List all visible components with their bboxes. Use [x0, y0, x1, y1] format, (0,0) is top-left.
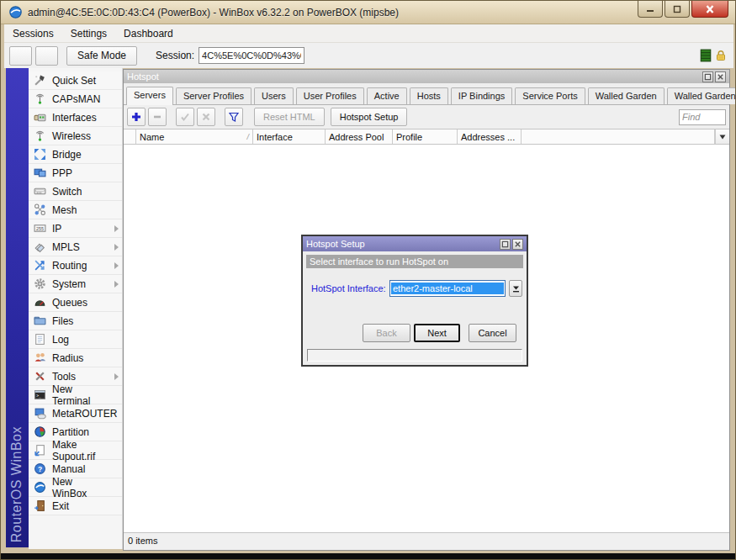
column-dropdown-button[interactable]: [715, 129, 729, 144]
hotspot-tab[interactable]: Active: [367, 87, 407, 104]
window-titlebar[interactable]: admin@4C:5E:0C:0D:43:C4 (PowerBox) - Win…: [1, 1, 735, 24]
submenu-arrow-icon: [114, 262, 119, 269]
hotspot-tab[interactable]: Hosts: [410, 87, 448, 104]
column-header[interactable]: Profile /: [393, 129, 458, 144]
hotspot-setup-dialog: Hotspot Setup Select interface to run Ho…: [301, 235, 528, 367]
winbox-main-window: admin@4C:5E:0C:0D:43:C4 (PowerBox) - Win…: [0, 0, 736, 560]
sidebar-item-label: MetaROUTER: [52, 408, 117, 420]
sidebar-item[interactable]: >_ New Terminal: [29, 386, 122, 404]
sidebar-item[interactable]: Bridge: [29, 145, 122, 164]
column-header[interactable]: Addresses ... /: [458, 129, 522, 144]
hotspot-tab[interactable]: Servers: [126, 87, 173, 105]
sidebar-item[interactable]: Exit: [29, 497, 122, 515]
menu-item[interactable]: Settings: [62, 25, 115, 42]
sidebar-item[interactable]: 255 IP: [29, 219, 122, 238]
ip-icon: 255: [34, 222, 46, 235]
hotspot-restore-button[interactable]: [702, 71, 713, 82]
sidebar-item-label: Wireless: [52, 130, 91, 142]
supout-icon: [34, 444, 46, 457]
wireless-icon: [34, 129, 46, 142]
sidebar-item[interactable]: Radius: [29, 349, 122, 367]
reset-html-button[interactable]: Reset HTML: [254, 108, 325, 126]
close-x-icon: [717, 73, 724, 81]
sidebar-item[interactable]: PPP: [29, 164, 122, 182]
minimize-button[interactable]: [638, 1, 663, 18]
sidebar-item[interactable]: Switch: [29, 182, 122, 201]
close-button[interactable]: [691, 1, 728, 18]
connection-status-icon: [700, 49, 712, 62]
sidebar-item[interactable]: New WinBox: [29, 478, 122, 497]
sidebar-item[interactable]: Interfaces: [29, 108, 122, 127]
sidebar-item[interactable]: Queues: [29, 293, 122, 312]
session-input[interactable]: [199, 47, 304, 64]
filter-button[interactable]: [225, 108, 243, 126]
hotspot-titlebar[interactable]: Hotspot: [124, 70, 729, 83]
column-header[interactable]: Name /: [136, 129, 253, 144]
interfaces-icon: [34, 111, 46, 124]
disable-button[interactable]: [197, 108, 215, 126]
dialog-titlebar[interactable]: Hotspot Setup: [303, 236, 527, 251]
redo-button[interactable]: [35, 46, 58, 66]
enable-button[interactable]: [176, 108, 194, 126]
hotspot-close-button[interactable]: [715, 71, 726, 82]
sidebar-item[interactable]: MPLS: [29, 238, 122, 256]
sidebar-item[interactable]: Wireless: [29, 127, 122, 145]
column-header[interactable]: Address Pool /: [326, 129, 393, 144]
sidebar-item[interactable]: Mesh: [29, 201, 122, 219]
safe-mode-button[interactable]: Safe Mode: [66, 46, 137, 66]
next-button[interactable]: Next: [414, 324, 460, 342]
column-header[interactable]: /: [124, 129, 136, 144]
bottom-edge: [1, 553, 735, 559]
cancel-button[interactable]: Cancel: [469, 324, 516, 342]
win-max-icon: [671, 5, 683, 13]
hotspot-tab[interactable]: Walled Garden IP List: [667, 87, 736, 104]
sidebar-item[interactable]: MetaROUTER: [29, 404, 122, 423]
menu-item[interactable]: Sessions: [4, 25, 62, 42]
menu-item[interactable]: Dashboard: [115, 25, 182, 42]
sidebar-item-label: IP: [52, 223, 61, 235]
plus-icon: [130, 111, 142, 123]
submenu-arrow-icon: [114, 373, 119, 380]
interface-dropdown-button[interactable]: [509, 280, 522, 297]
radius-icon: [34, 351, 46, 364]
sidebar-item-label: New WinBox: [52, 476, 109, 499]
sidebar-item-label: Switch: [52, 186, 82, 198]
session-label: Session:: [156, 50, 194, 61]
win-min-icon: [644, 5, 656, 13]
sidebar-item[interactable]: System: [29, 275, 122, 293]
hotspot-tab[interactable]: Service Ports: [515, 87, 585, 104]
hotspot-tab[interactable]: Walled Garden: [588, 87, 665, 104]
sidebar-item[interactable]: CAPsMAN: [29, 90, 122, 108]
remove-button[interactable]: [148, 108, 167, 126]
add-button[interactable]: [127, 108, 146, 126]
find-input[interactable]: [679, 109, 726, 125]
maximize-button[interactable]: [665, 1, 690, 18]
hotspot-status-bar: 0 items: [124, 533, 729, 550]
hotspot-tab[interactable]: Server Profiles: [176, 87, 252, 104]
hotspot-tab[interactable]: IP Bindings: [451, 87, 512, 104]
dialog-close-button[interactable]: [512, 239, 523, 250]
sidebar-item[interactable]: Make Supout.rif: [29, 441, 122, 460]
submenu-arrow-icon: [114, 244, 119, 251]
sidebar-item-label: Log: [52, 334, 69, 346]
column-header[interactable]: Interface /: [253, 129, 326, 144]
hotspot-setup-button[interactable]: Hotspot Setup: [331, 108, 408, 126]
sidebar-item-label: Bridge: [52, 149, 82, 161]
hotspot-interface-combobox[interactable]: ether2-master-local: [389, 280, 506, 297]
sidebar-item-label: Exit: [52, 500, 69, 512]
submenu-arrow-icon: [114, 225, 119, 232]
sidebar-item[interactable]: Routing: [29, 256, 122, 275]
sidebar: Quick Set CAPsMAN Interfaces Wireless: [29, 68, 123, 549]
sidebar-item[interactable]: Quick Set: [29, 71, 122, 90]
hotspot-tab[interactable]: User Profiles: [296, 87, 364, 104]
sidebar-item[interactable]: Log: [29, 330, 122, 349]
ppp-icon: [34, 166, 46, 179]
brand-text: RouterOS WinBox: [9, 426, 24, 542]
dialog-restore-button[interactable]: [500, 239, 511, 250]
undo-button[interactable]: [9, 46, 32, 66]
x-mark-icon: [200, 111, 212, 123]
hotspot-tab[interactable]: Users: [254, 87, 294, 104]
metarouter-icon: [34, 407, 46, 420]
back-button[interactable]: Back: [363, 324, 410, 342]
sidebar-item[interactable]: Files: [29, 312, 122, 330]
